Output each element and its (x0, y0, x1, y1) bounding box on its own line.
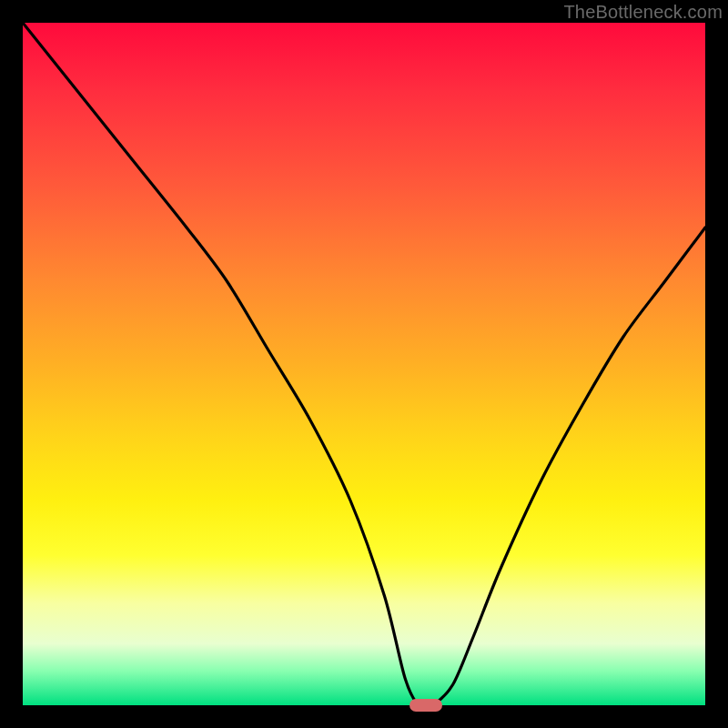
curve-svg (23, 23, 705, 705)
chart-frame: TheBottleneck.com (0, 0, 728, 728)
bottleneck-curve (23, 23, 705, 705)
plot-area (23, 23, 705, 705)
watermark-text: TheBottleneck.com (563, 2, 723, 23)
optimal-marker (410, 699, 442, 712)
